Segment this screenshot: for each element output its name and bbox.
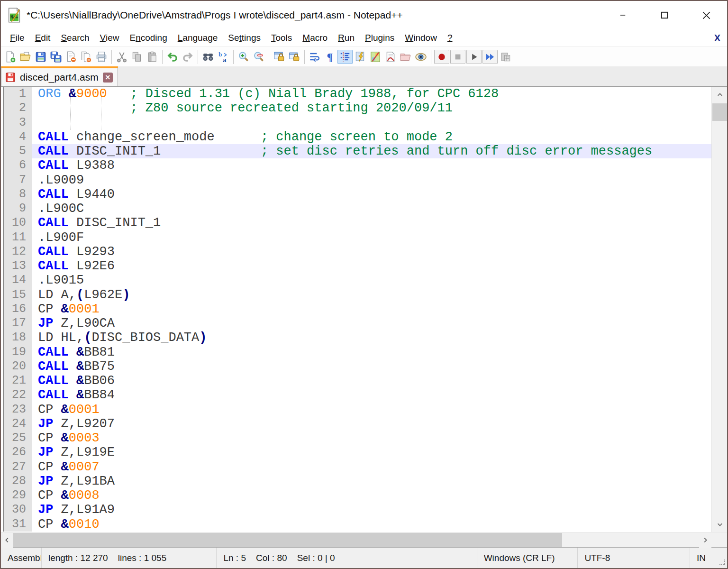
code-line[interactable]: 13CALL L92E6 (1, 259, 711, 273)
menu-plugins[interactable]: Plugins (360, 31, 400, 45)
code-line[interactable]: 7.L9009 (1, 173, 711, 187)
status-typing-mode[interactable]: IN (690, 548, 717, 568)
vertical-scrollbar[interactable] (711, 87, 727, 532)
replace-button[interactable]: ba (216, 50, 231, 64)
code-line[interactable]: 10CALL DISC_INIT_1 (1, 216, 711, 230)
redo-button[interactable] (180, 50, 195, 64)
code-line[interactable]: 17JP Z,L90CA (1, 316, 711, 330)
menu-settings[interactable]: Settings (223, 31, 266, 45)
horizontal-scrollbar[interactable] (1, 532, 711, 547)
menu-view[interactable]: View (95, 31, 125, 45)
copy-button[interactable] (129, 50, 145, 64)
line-number: 16 (4, 302, 32, 316)
code-line[interactable]: 14.L9015 (1, 273, 711, 287)
menu-encoding[interactable]: Encoding (124, 31, 172, 45)
code-line[interactable]: 16CP &0001 (1, 302, 711, 316)
menu-language[interactable]: Language (173, 31, 223, 45)
close-file-button[interactable] (64, 50, 79, 64)
code-line[interactable]: 22CALL &BB84 (1, 388, 711, 402)
menu-macro[interactable]: Macro (297, 31, 333, 45)
code-line[interactable]: 15LD A,(L962E) (1, 288, 711, 302)
code-line[interactable]: 8CALL L9440 (1, 187, 711, 202)
print-button[interactable] (94, 50, 109, 64)
document-map-button[interactable] (368, 50, 383, 64)
code-line[interactable]: 29CP &0008 (1, 488, 711, 503)
code-line[interactable]: 19CALL &BB81 (1, 345, 711, 359)
code-line[interactable]: 2 ; Z80 source recreated starting 2020/0… (1, 101, 711, 115)
window-title: *C:\Users\NiallBrady\OneDrive\Amstrad\Pr… (27, 9, 602, 21)
scroll-down-button[interactable] (712, 516, 728, 532)
menu-file[interactable]: File (5, 31, 30, 45)
function-list-button[interactable] (383, 50, 398, 64)
paste-button[interactable] (145, 50, 160, 64)
tab-disced-part4-asm[interactable]: disced_part4.asm ✕ (1, 66, 118, 86)
new-file-button[interactable] (3, 50, 18, 64)
zoom-in-button[interactable] (236, 50, 251, 64)
code-line-text: JP Z,L919E (32, 445, 711, 459)
close-all-button[interactable] (79, 50, 94, 64)
code-line[interactable]: 9.L900C (1, 202, 711, 216)
tab-close-icon[interactable]: ✕ (103, 73, 113, 83)
code-editor[interactable]: 1ORG &9000 ; Disced 1.31 (c) Niall Brady… (1, 87, 711, 532)
code-line[interactable]: 4CALL change_screen_mode ; change screen… (1, 130, 711, 144)
user-defined-language-button[interactable] (353, 50, 368, 64)
show-all-characters-button[interactable]: ¶ (322, 50, 337, 64)
show-indent-guide-button[interactable] (337, 50, 353, 64)
code-line[interactable]: 30JP Z,L91A9 (1, 503, 711, 517)
sync-vertical-scrolling-button[interactable] (272, 50, 287, 64)
zoom-out-button[interactable] (251, 50, 266, 64)
code-line[interactable]: 31CP &0010 (1, 517, 711, 532)
scroll-left-button[interactable] (1, 532, 13, 548)
code-line[interactable]: 20CALL &BB75 (1, 359, 711, 374)
code-line[interactable]: 25CP &0003 (1, 431, 711, 445)
line-number: 30 (4, 503, 32, 517)
run-macro-multiple-times-button[interactable] (482, 50, 498, 64)
code-line[interactable]: 1ORG &9000 ; Disced 1.31 (c) Niall Brady… (1, 87, 711, 101)
code-line[interactable]: 12CALL L9293 (1, 245, 711, 259)
menu-run[interactable]: Run (333, 31, 360, 45)
code-line[interactable]: 27CP &0007 (1, 460, 711, 474)
code-line[interactable]: 21CALL &BB06 (1, 374, 711, 388)
code-line[interactable]: 11.L900F (1, 230, 711, 245)
horizontal-scroll-thumb[interactable] (13, 533, 562, 547)
menu-window[interactable]: Window (400, 31, 442, 45)
cut-icon (116, 51, 128, 63)
code-line[interactable]: 23CP &0001 (1, 403, 711, 417)
code-line[interactable]: 3 (1, 116, 711, 130)
scroll-up-button[interactable] (712, 87, 728, 102)
stop-recording-button[interactable] (450, 50, 465, 64)
cut-button[interactable] (114, 50, 129, 64)
maximize-button[interactable] (644, 1, 685, 29)
start-recording-button[interactable] (434, 50, 449, 64)
code-line[interactable]: 24JP Z,L9207 (1, 417, 711, 431)
save-all-button[interactable] (48, 50, 64, 64)
save-file-button[interactable] (33, 50, 48, 64)
menu-edit[interactable]: Edit (30, 31, 56, 45)
undo-button[interactable] (165, 50, 180, 64)
scroll-right-button[interactable] (699, 532, 711, 548)
open-file-button[interactable] (18, 50, 33, 64)
code-line-current[interactable]: 5CALL DISC_INIT_1 ; set disc retries and… (1, 144, 711, 158)
monitoring-icon (415, 51, 427, 63)
playback-macro-button[interactable] (466, 50, 482, 64)
close-button[interactable] (685, 1, 727, 29)
save-recorded-macro-button[interactable] (498, 50, 513, 64)
folder-as-workspace-button[interactable] (398, 50, 413, 64)
menu-tools[interactable]: Tools (266, 31, 297, 45)
word-wrap-button[interactable] (307, 50, 322, 64)
menu-close-document-button[interactable]: X (708, 33, 727, 44)
status-encoding[interactable]: UTF-8 (578, 548, 690, 568)
resize-grip[interactable] (717, 548, 727, 568)
menu-help[interactable]: ? (442, 31, 458, 45)
code-line[interactable]: 26JP Z,L919E (1, 445, 711, 459)
code-line[interactable]: 18LD HL,(DISC_BIOS_DATA) (1, 330, 711, 345)
menu-search[interactable]: Search (55, 31, 94, 45)
code-line[interactable]: 6CALL L9388 (1, 158, 711, 173)
code-line[interactable]: 28JP Z,L91BA (1, 474, 711, 488)
status-eol-format[interactable]: Windows (CR LF) (477, 548, 578, 568)
vertical-scroll-thumb[interactable] (712, 103, 727, 121)
find-button[interactable] (200, 50, 216, 64)
minimize-button[interactable] (602, 1, 644, 29)
monitoring-button[interactable] (413, 50, 428, 64)
sync-horizontal-scrolling-button[interactable] (287, 50, 302, 64)
